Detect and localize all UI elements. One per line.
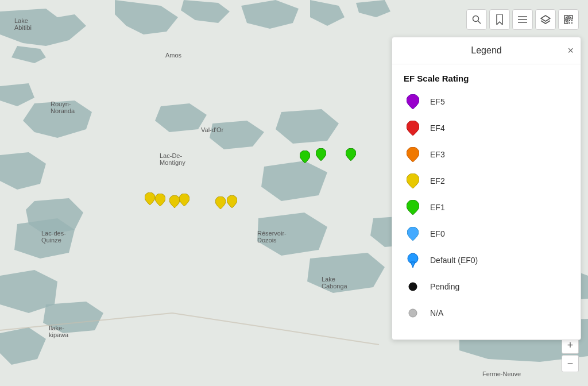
- toolbar: [466, 9, 579, 30]
- legend-item-ef3: EF3: [404, 145, 569, 164]
- search-button[interactable]: [466, 9, 487, 30]
- legend-label-ef1: EF1: [430, 203, 445, 212]
- zoom-controls: + −: [562, 337, 579, 372]
- legend-label-pending: Pending: [430, 282, 459, 291]
- legend-icon-ef2: [404, 172, 422, 190]
- svg-line-4: [478, 21, 481, 24]
- svg-rect-17: [569, 22, 570, 24]
- svg-point-3: [473, 16, 479, 22]
- svg-marker-20: [411, 262, 415, 268]
- legend-icon-ef1: [404, 198, 422, 217]
- legend-panel: Legend × EF Scale Rating EF5 EF4: [392, 37, 581, 340]
- legend-item-ef4: EF4: [404, 119, 569, 137]
- legend-label-na: N/A: [430, 308, 443, 318]
- legend-icon-na: [404, 304, 422, 322]
- legend-icon-pending: [404, 277, 422, 296]
- legend-close-button[interactable]: ×: [567, 45, 574, 56]
- legend-label-ef4: EF4: [430, 123, 445, 133]
- legend-item-pending: Pending: [404, 277, 569, 296]
- legend-label-default: Default (EF0): [430, 256, 478, 265]
- svg-rect-14: [566, 21, 567, 22]
- legend-item-default: Default (EF0): [404, 251, 569, 269]
- legend-item-ef1: EF1: [404, 198, 569, 217]
- svg-rect-12: [566, 17, 567, 18]
- layers-button[interactable]: [535, 9, 556, 30]
- legend-icon-ef4: [404, 119, 422, 137]
- legend-icon-ef0: [404, 225, 422, 243]
- svg-rect-18: [571, 22, 572, 24]
- legend-icon-ef3: [404, 145, 422, 164]
- svg-rect-15: [569, 20, 570, 21]
- legend-header: Legend ×: [392, 37, 581, 64]
- legend-label-ef5: EF5: [430, 97, 445, 106]
- svg-marker-8: [541, 16, 550, 21]
- legend-icon-default: [404, 251, 422, 269]
- bookmark-button[interactable]: [489, 9, 510, 30]
- svg-point-21: [409, 283, 417, 291]
- legend-item-ef0: EF0: [404, 225, 569, 243]
- svg-rect-13: [570, 17, 571, 18]
- legend-title: Legend: [471, 45, 501, 56]
- list-button[interactable]: [512, 9, 533, 30]
- legend-label-ef3: EF3: [430, 150, 445, 159]
- qr-button[interactable]: [558, 9, 579, 30]
- map-container[interactable]: Lake Abitibi Amos Rouyn- Noranda Val-d'O…: [0, 0, 588, 386]
- legend-label-ef0: EF0: [430, 229, 445, 238]
- legend-subtitle: EF Scale Rating: [404, 74, 569, 83]
- svg-rect-16: [571, 20, 572, 21]
- legend-item-ef5: EF5: [404, 92, 569, 111]
- legend-body: EF Scale Rating EF5 EF4 EF3: [392, 64, 581, 322]
- legend-icon-ef5: [404, 92, 422, 111]
- legend-item-ef2: EF2: [404, 172, 569, 190]
- zoom-out-button[interactable]: −: [562, 355, 579, 372]
- svg-point-22: [409, 309, 417, 317]
- legend-item-na: N/A: [404, 304, 569, 322]
- legend-label-ef2: EF2: [430, 176, 445, 186]
